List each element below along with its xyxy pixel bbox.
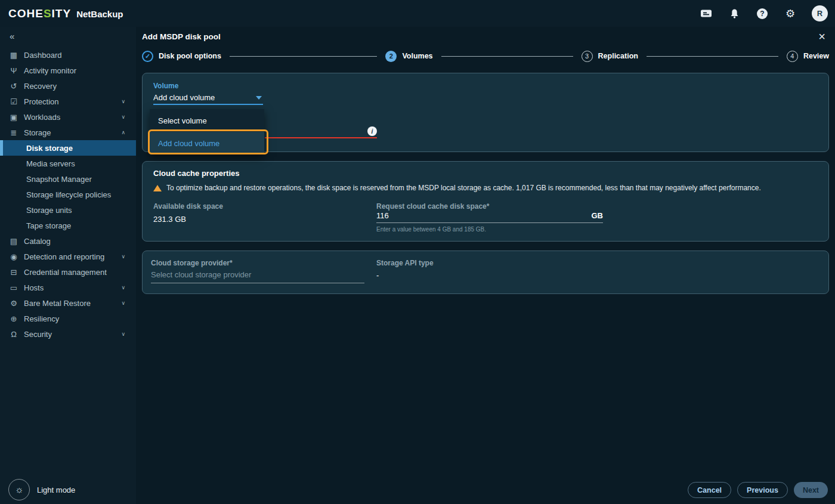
settings-gear-icon[interactable]: ⚙	[784, 7, 797, 20]
sidebar-item-hosts[interactable]: ▭Hosts∨	[0, 280, 136, 295]
sidebar-item-label: Storage lifecycle policies	[26, 190, 111, 199]
credentials-key-icon: ⊟	[8, 268, 19, 277]
next-button[interactable]: Next	[794, 482, 828, 498]
close-icon[interactable]: ×	[818, 30, 825, 42]
storage-api-type-label: Storage API type	[376, 259, 434, 267]
license-icon[interactable]	[700, 7, 713, 20]
sidebar-item-label: Disk storage	[26, 144, 73, 153]
chevron-down-icon: ∨	[121, 331, 125, 337]
dropdown-option-add-cloud-volume[interactable]: Add cloud volume	[150, 132, 264, 154]
previous-button[interactable]: Previous	[737, 482, 788, 498]
volume-dropdown-menu: Select volumeAdd cloud volume	[150, 109, 264, 154]
sidebar-item-media-servers[interactable]: Media servers	[0, 156, 136, 171]
sidebar-nav: ▦DashboardΨActivity monitor↺Recovery☑Pro…	[0, 47, 136, 342]
sidebar-item-security[interactable]: ΩSecurity∨	[0, 326, 136, 342]
sidebar-item-dashboard[interactable]: ▦Dashboard	[0, 47, 136, 63]
cache-panel-title: Cloud cache properties	[153, 169, 239, 178]
provider-panel: Cloud storage provider* Storage API type…	[142, 251, 829, 294]
sidebar-item-tape-storage[interactable]: Tape storage	[0, 218, 136, 233]
sun-icon: ☼	[8, 479, 30, 500]
sidebar-item-label: Detection and reporting	[24, 252, 104, 261]
available-disk-space-value: 231.3 GB	[153, 215, 186, 224]
provider-label: Cloud storage provider*	[151, 259, 233, 267]
request-cache-label: Request cloud cache disk space*	[376, 202, 489, 211]
sidebar-item-protection[interactable]: ☑Protection∨	[0, 94, 136, 109]
cohesity-logo: COHESITY	[8, 7, 71, 20]
light-mode-toggle[interactable]: ☼ Light mode	[8, 479, 75, 500]
step-2[interactable]: 2Volumes	[385, 51, 432, 62]
user-avatar[interactable]: R	[812, 5, 828, 21]
catalog-book-icon: ▤	[8, 237, 19, 246]
step-label: Disk pool options	[159, 52, 221, 60]
sidebar-item-label: Storage units	[26, 206, 72, 215]
storage-api-type-value: -	[376, 271, 379, 280]
request-cache-input[interactable]	[376, 211, 592, 220]
sidebar-item-label: Activity monitor	[24, 66, 76, 75]
report-icon: ◉	[8, 252, 19, 261]
cancel-button[interactable]: Cancel	[688, 482, 731, 498]
chevron-down-icon: ∨	[121, 300, 125, 306]
step-complete-check-icon: ✓	[142, 51, 153, 62]
sidebar-item-label: Catalog	[24, 237, 51, 246]
sidebar: « ▦DashboardΨActivity monitor↺Recovery☑P…	[0, 27, 136, 504]
notifications-bell-icon[interactable]	[728, 7, 741, 20]
chevron-down-icon: ∨	[121, 285, 125, 290]
sidebar-item-disk-storage[interactable]: Disk storage	[0, 140, 136, 156]
sidebar-item-resiliency[interactable]: ⊕Resiliency	[0, 311, 136, 326]
step-connector	[441, 56, 573, 57]
sidebar-item-catalog[interactable]: ▤Catalog	[0, 233, 136, 249]
sidebar-item-storage-units[interactable]: Storage units	[0, 202, 136, 218]
activity-monitor-icon: Ψ	[8, 66, 19, 75]
warning-icon	[153, 185, 162, 191]
sidebar-item-activity-monitor[interactable]: ΨActivity monitor	[0, 63, 136, 78]
info-icon[interactable]: i	[367, 126, 377, 136]
cache-warning: To optimize backup and restore operation…	[153, 184, 761, 192]
provider-select-input[interactable]	[151, 270, 364, 279]
chevron-down-icon	[256, 96, 262, 100]
sidebar-item-credential-management[interactable]: ⊟Credential management	[0, 264, 136, 280]
available-disk-space-label: Available disk space	[153, 202, 223, 211]
light-mode-label: Light mode	[37, 486, 75, 494]
help-icon[interactable]: ?	[756, 7, 769, 20]
protection-shield-icon: ☑	[8, 97, 19, 106]
step-number: 4	[787, 51, 798, 62]
wizard-footer: Cancel Previous Next	[688, 482, 828, 498]
step-3[interactable]: 3Replication	[582, 51, 638, 62]
chevron-down-icon: ∨	[121, 114, 125, 120]
page-title: Add MSDP disk pool	[142, 32, 221, 41]
sidebar-item-storage[interactable]: ≣Storage∧	[0, 125, 136, 140]
sidebar-item-storage-lifecycle-policies[interactable]: Storage lifecycle policies	[0, 187, 136, 202]
top-bar: COHESITY NetBackup ? ⚙ R	[0, 0, 835, 27]
product-name: NetBackup	[76, 9, 123, 19]
security-lock-icon: Ω	[8, 330, 19, 339]
sidebar-item-snapshot-manager[interactable]: Snapshot Manager	[0, 171, 136, 187]
volume-field-label: Volume	[153, 82, 178, 90]
sidebar-item-detection-reporting[interactable]: ◉Detection and reporting∨	[0, 249, 136, 264]
step-number: 3	[582, 51, 593, 62]
step-label: Volumes	[402, 52, 432, 60]
step-connector	[647, 56, 778, 57]
sidebar-item-label: Tape storage	[26, 221, 71, 230]
volume-name-error-underline	[265, 137, 377, 138]
sidebar-item-label: Dashboard	[24, 51, 62, 60]
dropdown-option-select-volume[interactable]: Select volume	[150, 109, 264, 132]
step-4[interactable]: 4Review	[787, 51, 829, 62]
sidebar-item-label: Storage	[24, 128, 51, 137]
sidebar-item-label: Workloads	[24, 113, 60, 122]
sidebar-item-label: Snapshot Manager	[26, 175, 92, 184]
warning-text: To optimize backup and restore operation…	[166, 184, 761, 192]
volume-select[interactable]: Add cloud volume	[153, 92, 263, 105]
sidebar-item-workloads[interactable]: ▣Workloads∨	[0, 109, 136, 125]
sidebar-item-bare-metal-restore[interactable]: ⚙Bare Metal Restore∨	[0, 295, 136, 311]
wizard-area: Add MSDP disk pool × ✓Disk pool options2…	[136, 27, 835, 504]
sidebar-item-recovery[interactable]: ↺Recovery	[0, 78, 136, 94]
step-connector	[230, 56, 378, 57]
sidebar-collapse-icon[interactable]: «	[10, 31, 14, 41]
resiliency-icon: ⊕	[8, 314, 19, 323]
question-mark-glyph: ?	[757, 8, 768, 19]
step-1[interactable]: ✓Disk pool options	[142, 51, 221, 62]
provider-select-field	[151, 269, 364, 283]
storage-database-icon: ≣	[8, 128, 19, 137]
sidebar-item-label: Media servers	[26, 159, 75, 168]
sidebar-item-label: Resiliency	[24, 314, 59, 323]
